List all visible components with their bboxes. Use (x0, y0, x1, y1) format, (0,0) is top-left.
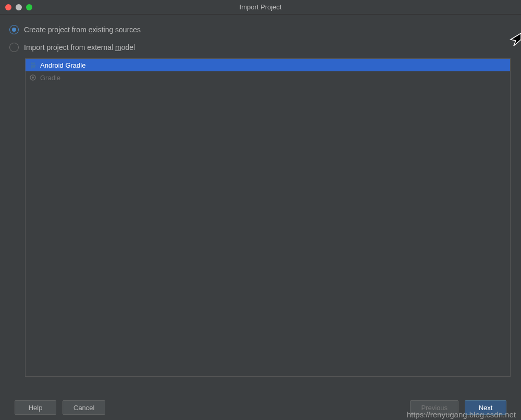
android-icon (29, 61, 37, 69)
dialog-content: Create project from existing sources Imp… (0, 15, 521, 382)
minimize-window-button[interactable] (16, 4, 22, 10)
svg-point-1 (32, 77, 34, 79)
button-bar: Help Cancel Previous Next (0, 400, 521, 415)
radio-external-model[interactable]: Import project from external model (9, 43, 512, 52)
list-item-android-gradle[interactable]: Android Gradle (26, 59, 510, 71)
list-item-label: Gradle (40, 74, 60, 82)
cancel-button[interactable]: Cancel (63, 400, 105, 415)
external-model-list[interactable]: Android Gradle Gradle (25, 58, 511, 377)
radio-existing-sources[interactable]: Create project from existing sources (9, 25, 512, 34)
next-button[interactable]: Next (465, 400, 506, 415)
radio-button-selected-icon (9, 25, 19, 34)
list-item-gradle[interactable]: Gradle (26, 71, 510, 84)
titlebar: Import Project (0, 0, 521, 15)
close-window-button[interactable] (5, 4, 11, 10)
list-item-label: Android Gradle (40, 61, 85, 69)
previous-button: Previous (410, 400, 458, 415)
gradle-icon (29, 73, 37, 82)
maximize-window-button[interactable] (26, 4, 32, 10)
radio-button-unselected-icon (9, 43, 19, 52)
radio-existing-label: Create project from existing sources (24, 26, 141, 34)
window-title: Import Project (240, 3, 282, 11)
help-button[interactable]: Help (15, 400, 56, 415)
traffic-lights (5, 4, 32, 10)
radio-external-label: Import project from external model (24, 43, 135, 52)
